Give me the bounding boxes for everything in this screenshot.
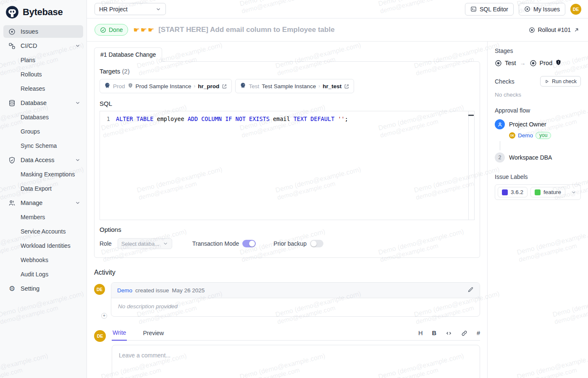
- rollout-link[interactable]: Rollout #101: [529, 26, 580, 33]
- label-text: feature: [543, 189, 561, 195]
- issue-labels-select[interactable]: 3.6.2 feature: [495, 184, 581, 200]
- plus-badge[interactable]: +: [101, 313, 107, 319]
- approver-role-icon: [495, 119, 505, 129]
- sidebar-item-database[interactable]: Database: [3, 97, 83, 109]
- tab-preview[interactable]: Preview: [142, 330, 165, 340]
- stage-status-icon[interactable]: [530, 60, 537, 67]
- sql-editor-button[interactable]: SQL Editor: [465, 3, 514, 16]
- external-link-icon: [222, 84, 227, 89]
- sql-line-1: 1 ALTER TABLE employee ADD COLUMN IF NOT…: [100, 111, 474, 122]
- approval-connector: [500, 141, 500, 150]
- target-chip-hr-test[interactable]: Test Test Sample Instance › hr_test: [235, 79, 354, 93]
- sidebar-item-manage[interactable]: Manage: [3, 197, 83, 209]
- project-name: HR Project: [99, 6, 128, 13]
- run-check-button[interactable]: Run check: [540, 76, 581, 87]
- target-database: hr_test: [323, 83, 341, 89]
- sidebar-item-groups[interactable]: Groups: [3, 125, 83, 138]
- label-chip[interactable]: 3.6.2: [498, 187, 528, 197]
- tab-write[interactable]: Write: [112, 329, 127, 341]
- label-color-swatch: [502, 189, 508, 195]
- issue-main: #1 Database Change Targets (2) Prod Prod…: [87, 42, 487, 378]
- stage-prod[interactable]: Prod: [540, 60, 553, 66]
- bytebase-logo-icon: [5, 5, 19, 19]
- external-link-icon: [344, 84, 349, 89]
- approval-step-title: Project Owner: [509, 121, 546, 128]
- options-section: Options Role Select databa... Transactio…: [100, 226, 475, 257]
- sidebar-item-setting[interactable]: ⚙ Setting: [3, 282, 83, 295]
- sidebar-item-label: Workload Identities: [21, 242, 71, 249]
- role-label: Role: [100, 240, 112, 247]
- label-chip[interactable]: feature: [530, 187, 565, 197]
- stage-status-icon[interactable]: [495, 60, 502, 67]
- my-issues-label: My Issues: [533, 6, 560, 13]
- stages-row: Test → Prod: [495, 59, 581, 67]
- sidebar-item-label: Plans: [21, 57, 35, 63]
- protected-env-shield-icon: [555, 59, 562, 67]
- target-env: Test: [249, 83, 259, 89]
- editor-minimap-border: [468, 111, 469, 220]
- postgres-icon: [104, 82, 110, 90]
- brand-logo[interactable]: Bytebase: [3, 0, 83, 25]
- prior-backup-toggle[interactable]: [310, 240, 323, 247]
- activity-heading: Activity: [94, 269, 480, 276]
- chevron-right-icon: ›: [194, 83, 195, 89]
- heading-format-button[interactable]: H: [418, 330, 423, 336]
- chevron-down-icon: [571, 189, 577, 195]
- sidebar-item-issues[interactable]: Issues: [3, 25, 83, 38]
- sidebar-item-service-accounts[interactable]: Service Accounts: [3, 225, 83, 238]
- sidebar-item-data-export[interactable]: Data Export: [3, 182, 83, 195]
- target-chip-hr-prod[interactable]: Prod Prod Sample Instance › hr_prod: [100, 79, 232, 93]
- sidebar-item-audit-logs[interactable]: Audit Logs: [3, 268, 83, 281]
- code-icon[interactable]: [446, 330, 452, 336]
- activity-author-link[interactable]: Demo: [117, 287, 132, 294]
- sidebar-item-members[interactable]: Members: [3, 211, 83, 223]
- task-tabbar: #1 Database Change: [94, 47, 480, 61]
- app-window: Bytebase Issues CI/CD Plans Rollouts Rel…: [0, 0, 588, 378]
- my-issues-button[interactable]: My Issues: [519, 3, 565, 16]
- tab-database-change[interactable]: #1 Database Change: [94, 47, 162, 62]
- issue-side-panel: Stages Test → Prod Checks Run check: [487, 42, 588, 378]
- hash-button[interactable]: #: [477, 330, 480, 336]
- chevron-down-icon: [75, 100, 81, 106]
- pipeline-icon: [8, 42, 16, 50]
- approver-link[interactable]: Demo: [518, 132, 533, 139]
- options-heading: Options: [100, 226, 475, 233]
- sidebar-item-label: Audit Logs: [21, 271, 48, 278]
- issues-icon: [8, 28, 16, 35]
- sidebar-item-masking-exemptions[interactable]: Masking Exemptions: [3, 168, 83, 181]
- pencil-icon: [467, 286, 474, 293]
- edit-description-button[interactable]: [467, 286, 474, 294]
- link-icon[interactable]: [461, 330, 467, 336]
- bold-format-button[interactable]: B: [432, 330, 436, 336]
- sql-heading: SQL: [100, 100, 475, 107]
- sidebar-item-sync-schema[interactable]: Sync Schema: [3, 139, 83, 152]
- sidebar-item-label: Webhooks: [21, 257, 48, 263]
- transaction-mode-toggle[interactable]: [242, 240, 256, 247]
- sidebar-item-data-access[interactable]: Data Access: [3, 154, 83, 166]
- project-selector[interactable]: HR Project: [94, 3, 166, 15]
- sidebar-item-label: Masking Exemptions: [21, 171, 75, 178]
- comment-input[interactable]: [112, 345, 480, 378]
- sidebar-item-label: Data Access: [21, 157, 55, 163]
- sidebar-item-releases[interactable]: Releases: [3, 82, 83, 95]
- sidebar-item-cicd[interactable]: CI/CD: [3, 39, 83, 52]
- sidebar-item-webhooks[interactable]: Webhooks: [3, 254, 83, 266]
- approver-row: DE Demo you: [509, 132, 581, 139]
- user-avatar[interactable]: DE: [570, 4, 581, 15]
- approval-step-1: Project Owner: [495, 119, 581, 129]
- activity-item: DE + Demo created issue May 26 2025 No d…: [94, 282, 480, 317]
- collapse-editor-button[interactable]: [468, 115, 474, 116]
- role-select[interactable]: Select databa...: [118, 238, 172, 249]
- issue-title-text: [START HERE] Add email column to Employe…: [158, 26, 334, 34]
- target-database: hr_prod: [198, 83, 219, 89]
- label-color-swatch: [535, 189, 541, 195]
- activity-action: created issue: [135, 287, 169, 294]
- sidebar-item-rollouts[interactable]: Rollouts: [3, 68, 83, 81]
- status-badge[interactable]: Done: [94, 24, 128, 36]
- sidebar-item-databases[interactable]: Databases: [3, 111, 83, 123]
- sql-editor[interactable]: 1 ALTER TABLE employee ADD COLUMN IF NOT…: [100, 111, 475, 220]
- topbar: HR Project SQL Editor My Issues DE: [87, 0, 588, 18]
- sidebar-item-workload-identities[interactable]: Workload Identities: [3, 239, 83, 252]
- sidebar-item-plans[interactable]: Plans: [3, 54, 83, 66]
- stage-test[interactable]: Test: [505, 60, 516, 66]
